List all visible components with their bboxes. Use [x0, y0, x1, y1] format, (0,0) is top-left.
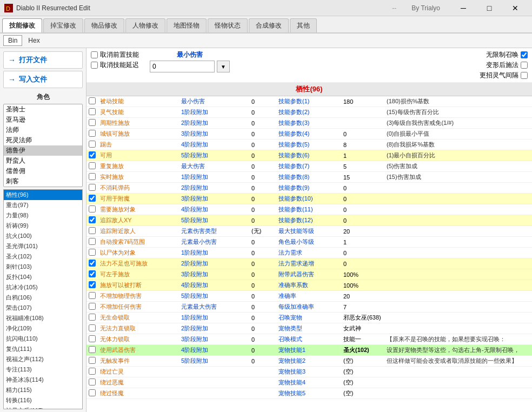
- tab-items[interactable]: 物品修改: [84, 18, 124, 32]
- skill-list-item-skill111[interactable]: 复仇(111): [4, 344, 82, 354]
- skill-list-item-skill97[interactable]: 重击(97): [4, 200, 82, 210]
- open-file-button[interactable]: → 打开文件: [3, 51, 83, 69]
- row-val-7: [157, 172, 179, 183]
- row-checkbox-3[interactable]: [89, 130, 96, 137]
- char-select[interactable]: 圣骑士亚马逊法师死灵法师德鲁伊野蛮人儒兽佣刺客: [3, 104, 83, 187]
- row-checkbox-23[interactable]: [89, 346, 96, 353]
- row-checkbox-14[interactable]: [89, 249, 96, 256]
- tab-synthesis[interactable]: 合成修改: [249, 18, 289, 32]
- right-checkbox-moreGhosts[interactable]: [521, 72, 528, 79]
- row-checkbox-24[interactable]: [89, 357, 96, 364]
- data-table-container[interactable]: 被动技能最小伤害0技能参数(1)180(180)损伤%基数灵气技能1阶段附加0技…: [87, 96, 532, 412]
- row-val-25: [157, 367, 179, 377]
- row-note-10: [384, 204, 532, 215]
- skill-list-item-skill99[interactable]: 祈祷(99): [4, 221, 82, 231]
- row-checkbox-11[interactable]: [89, 216, 96, 223]
- skill-list-item-skill117[interactable]: 神圣之盾(117): [4, 406, 82, 409]
- row-checkbox-6[interactable]: [89, 162, 96, 169]
- skill-list-item-skill114[interactable]: 神圣冰冻(114): [4, 375, 82, 385]
- row-checkbox-26[interactable]: [89, 378, 96, 386]
- row-checkbox-10[interactable]: [89, 205, 96, 212]
- tab-monsterstatus[interactable]: 怪物状态: [208, 18, 248, 32]
- row-checkbox-9[interactable]: [89, 195, 96, 202]
- skill-list-item-skill113[interactable]: 专注(113): [4, 364, 82, 375]
- skill-list-item-skill105[interactable]: 抗冰冷(105): [4, 282, 82, 293]
- row-param-val-16: 0: [249, 269, 276, 280]
- row-checkbox-27[interactable]: [89, 389, 96, 396]
- row-val-26: [157, 377, 179, 388]
- checkbox-cancelDelay[interactable]: [91, 62, 98, 69]
- row-param-val-26: [249, 377, 276, 388]
- skill-list-item-skill112[interactable]: 视福之声(112): [4, 354, 82, 364]
- tab-other[interactable]: 其他: [290, 18, 317, 32]
- checkbox-cancelFrontSkill[interactable]: [91, 51, 98, 58]
- minimize-button[interactable]: ─: [451, 0, 476, 16]
- row-checkbox-1[interactable]: [89, 108, 96, 115]
- row-checkbox-17[interactable]: [89, 281, 96, 288]
- row-desc-val-12: 20: [341, 226, 384, 237]
- row-note-11: [384, 215, 532, 226]
- tab-mapmonsters[interactable]: 地图怪物: [167, 18, 207, 32]
- row-param-17: 4阶段附加: [179, 280, 249, 291]
- row-checkbox-15[interactable]: [89, 260, 96, 267]
- tab-skills[interactable]: 技能修改: [2, 18, 42, 32]
- row-checkbox-7[interactable]: [89, 173, 96, 180]
- row-checkbox-8[interactable]: [89, 184, 96, 191]
- skill-list-item-skill108[interactable]: 祝福瞄准(108): [4, 313, 82, 323]
- row-name-24: 无触发事件: [98, 356, 157, 367]
- skill-list-item-skill103[interactable]: 刺针(103): [4, 262, 82, 272]
- min-damage-dropdown[interactable]: ▼: [217, 61, 230, 72]
- min-damage-section: 最小伤害 ▼: [150, 50, 230, 72]
- row-checkbox-2[interactable]: [89, 119, 96, 126]
- row-val-2: [157, 118, 179, 129]
- skill-list-item-skill100[interactable]: 抗火(100): [4, 231, 82, 241]
- row-name-7: 实时施放: [98, 172, 157, 183]
- row-param-val-21: 0: [249, 323, 276, 334]
- char-section-label: 角色: [3, 92, 83, 102]
- checkbox-label-cancelDelay: 取消技能延迟: [100, 61, 139, 70]
- tab-drops[interactable]: 掉宝修改: [43, 18, 83, 32]
- skill-list-item-skill102[interactable]: 圣火(102): [4, 251, 82, 262]
- row-name-27: 绕过怪魔: [98, 388, 157, 399]
- skill-list-item-skill109[interactable]: 净化(109): [4, 323, 82, 334]
- row-desc-10: 技能参数(11): [276, 204, 341, 215]
- row-checkbox-5[interactable]: [89, 151, 96, 158]
- write-file-button[interactable]: → 写入文件: [3, 71, 83, 88]
- min-damage-input[interactable]: [150, 61, 215, 72]
- row-checkbox-16[interactable]: [89, 270, 96, 277]
- row-param-val-1: 0: [249, 107, 276, 118]
- skill-list-item-skill96[interactable]: 栖性(96): [4, 190, 82, 200]
- skill-list-item-skill116[interactable]: 转换(116): [4, 395, 82, 406]
- skill-list-item-skill106[interactable]: 白鸦(106): [4, 293, 82, 303]
- skill-list-item-skill110[interactable]: 抗闪电(110): [4, 334, 82, 344]
- row-note-22: 【原来不是召唤的技能，如果想要实现召唤：: [384, 334, 532, 345]
- skill-list-item-skill98[interactable]: 力量(98): [4, 210, 82, 221]
- skill-list-item-skill107[interactable]: 荣击(107): [4, 303, 82, 313]
- close-button[interactable]: ✕: [503, 0, 528, 16]
- row-checkbox-13[interactable]: [89, 238, 96, 245]
- skill-list-item-skill115[interactable]: 精力(115): [4, 385, 82, 395]
- row-checkbox-4[interactable]: [89, 141, 96, 148]
- row-checkbox-18[interactable]: [89, 292, 96, 299]
- row-checkbox-0[interactable]: [89, 97, 96, 104]
- row-checkbox-19[interactable]: [89, 303, 96, 310]
- row-param-val-22: 0: [249, 334, 276, 345]
- property-title: 栖性(96): [91, 84, 528, 94]
- row-desc-27: 宠物技能5: [276, 388, 341, 399]
- row-checkbox-22[interactable]: [89, 335, 96, 342]
- right-checkbox-unlimitedSummon[interactable]: [521, 51, 528, 58]
- skill-list-item-skill101[interactable]: 圣光弹(101): [4, 241, 82, 251]
- maximize-button[interactable]: □: [477, 0, 502, 16]
- tab-chars[interactable]: 人物修改: [125, 18, 165, 32]
- sub-tab-bin[interactable]: Bin: [3, 35, 22, 46]
- sub-tab-hex[interactable]: Hex: [23, 35, 44, 46]
- row-checkbox-12[interactable]: [89, 227, 96, 234]
- row-checkbox-21[interactable]: [89, 324, 96, 331]
- skill-list-item-skill104[interactable]: 反扑(104): [4, 272, 82, 282]
- right-checkbox-transformSkill[interactable]: [521, 62, 528, 69]
- row-checkbox-20[interactable]: [89, 314, 96, 321]
- skill-list[interactable]: 栖性(96)重击(97)力量(98)祈祷(99)抗火(100)圣光弹(101)圣…: [3, 189, 83, 409]
- row-checkbox-25[interactable]: [89, 368, 96, 375]
- table-row: 被动技能最小伤害0技能参数(1)180(180)损伤%基数: [87, 96, 532, 107]
- row-param-val-8: 0: [249, 183, 276, 194]
